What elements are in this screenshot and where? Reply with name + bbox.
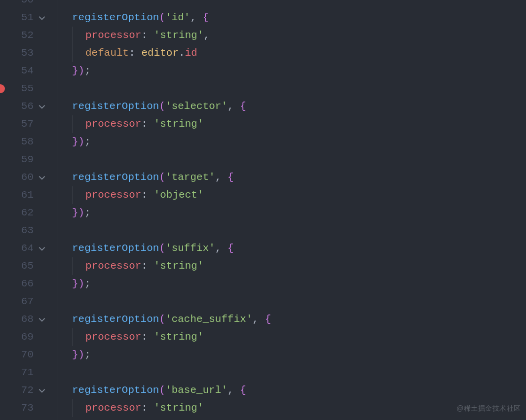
token: 'string' [154, 257, 204, 275]
indent-guide [72, 399, 85, 417]
token: { [265, 311, 271, 328]
code-line[interactable]: registerOption('selector', { [58, 98, 526, 115]
token: registerOption [72, 9, 159, 27]
token: { [227, 240, 234, 257]
code-line[interactable]: registerOption('cache_suffix', { [58, 311, 526, 328]
gutter-row: 71 [0, 364, 58, 382]
gutter-row: 67 [0, 293, 58, 311]
line-number: 54 [0, 62, 34, 80]
line-number: 70 [0, 346, 34, 364]
token: ( [159, 382, 165, 399]
code-line[interactable] [58, 0, 526, 9]
token: ) [78, 275, 85, 293]
token: ; [84, 275, 91, 293]
line-number: 73 [0, 399, 34, 417]
token: default [85, 44, 129, 62]
code-line[interactable]: processor: 'string' [58, 399, 526, 417]
token: : [129, 44, 141, 62]
indent-guide [72, 328, 85, 346]
code-editor[interactable]: 5051525354555657585960616263646566676869… [0, 0, 526, 420]
token: ) [78, 133, 85, 151]
token: { [240, 98, 246, 115]
indent-guide [72, 44, 85, 62]
token: processor [85, 399, 141, 417]
line-number: 55 [0, 80, 34, 98]
token: processor [85, 186, 141, 204]
fold-toggle[interactable] [34, 102, 50, 111]
gutter-row: 73 [0, 399, 58, 417]
token: ; [84, 62, 91, 80]
code-line[interactable]: }); [58, 204, 526, 222]
code-line[interactable]: registerOption('target', { [58, 169, 526, 186]
gutter-row: 54 [0, 62, 58, 80]
code-line[interactable]: }); [58, 133, 526, 151]
token: } [72, 275, 78, 293]
line-number: 72 [0, 382, 34, 399]
line-number: 62 [0, 204, 34, 222]
gutter-row: 59 [0, 151, 58, 169]
code-line[interactable] [58, 222, 526, 240]
gutter-row: 50 [0, 0, 58, 9]
code-line[interactable]: }); [58, 275, 526, 293]
code-line[interactable] [58, 80, 526, 98]
code-line[interactable]: processor: 'string' [58, 115, 526, 133]
code-line[interactable]: registerOption('base_url', { [58, 382, 526, 399]
token: 'string' [154, 328, 204, 346]
code-line[interactable]: processor: 'string' [58, 328, 526, 346]
gutter-row: 65 [0, 257, 58, 275]
code-line[interactable]: }); [58, 62, 526, 80]
gutter-row: 57 [0, 115, 58, 133]
fold-toggle[interactable] [34, 13, 50, 22]
token: , [215, 240, 227, 257]
code-line[interactable] [58, 364, 526, 382]
token: registerOption [72, 98, 159, 115]
token: , [203, 27, 210, 44]
gutter-row: 60 [0, 169, 58, 186]
line-number: 57 [0, 115, 34, 133]
token: 'string' [154, 27, 204, 44]
watermark: @稀土掘金技术社区 [456, 399, 521, 417]
code-line[interactable]: processor: 'string', [58, 27, 526, 44]
gutter-row: 66 [0, 275, 58, 293]
indent-guide [72, 115, 85, 133]
gutter-row: 63 [0, 222, 58, 240]
token: editor [141, 44, 179, 62]
token: registerOption [72, 169, 159, 186]
chevron-down-icon [38, 386, 46, 395]
token: . [179, 44, 185, 62]
fold-toggle[interactable] [34, 173, 50, 182]
token: 'cache_suffix' [165, 311, 252, 328]
code-area[interactable]: registerOption('id', {processor: 'string… [58, 0, 526, 420]
code-line[interactable] [58, 293, 526, 311]
token: } [72, 204, 78, 222]
token: 'suffix' [165, 240, 215, 257]
line-number: 52 [0, 27, 34, 44]
line-number: 69 [0, 328, 34, 346]
line-number: 68 [0, 311, 34, 328]
token: ) [78, 346, 85, 364]
code-line[interactable] [58, 151, 526, 169]
fold-toggle[interactable] [34, 244, 50, 253]
code-line[interactable]: registerOption('suffix', { [58, 240, 526, 257]
token: { [227, 169, 234, 186]
token: } [72, 62, 78, 80]
token: { [203, 9, 209, 27]
code-line[interactable]: }); [58, 346, 526, 364]
line-number: 58 [0, 133, 34, 151]
fold-toggle[interactable] [34, 315, 50, 324]
code-line[interactable]: processor: 'object' [58, 186, 526, 204]
code-line[interactable]: default: editor.id [58, 44, 526, 62]
code-line[interactable]: registerOption('id', { [58, 9, 526, 27]
token: 'target' [165, 169, 215, 186]
fold-toggle[interactable] [34, 386, 50, 395]
token: 'selector' [165, 98, 227, 115]
token: 'string' [154, 115, 204, 133]
line-number: 56 [0, 98, 34, 115]
token: : [141, 186, 153, 204]
token: { [240, 382, 246, 399]
token: 'base_url' [165, 382, 227, 399]
code-line[interactable]: processor: 'string' [58, 257, 526, 275]
token: : [141, 257, 153, 275]
gutter-row: 70 [0, 346, 58, 364]
line-number: 50 [0, 0, 34, 9]
